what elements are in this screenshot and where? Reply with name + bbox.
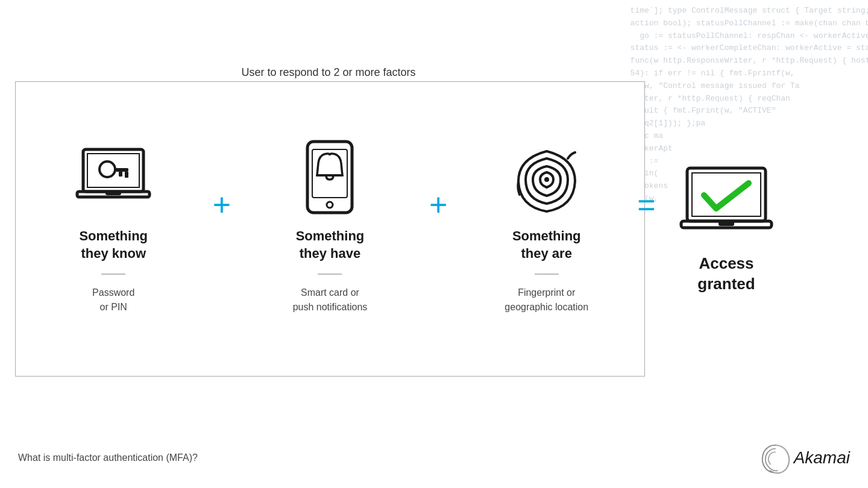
svg-rect-0 <box>83 149 143 192</box>
footer-text: What is multi-factor authentication (MFA… <box>18 452 198 463</box>
svg-rect-7 <box>105 192 121 195</box>
svg-rect-13 <box>687 168 766 221</box>
plus-operator-2: + <box>429 187 447 271</box>
akamai-logo: Akamai <box>760 443 850 473</box>
factor-are-sublabel: Fingerprint orgeographic location <box>505 286 588 314</box>
svg-point-11 <box>327 202 333 208</box>
svg-rect-16 <box>719 221 734 226</box>
factor-are: Somethingthey are Fingerprint orgeograph… <box>486 143 607 314</box>
items-row: Somethingthey know Passwordor PIN + <box>16 82 644 376</box>
factor-have-divider <box>318 274 342 275</box>
factor-know: Somethingthey know Passwordor PIN <box>53 143 174 314</box>
laptop-key-icon <box>74 143 153 216</box>
svg-rect-1 <box>87 154 139 187</box>
factor-have: Somethingthey have Smart card orpush not… <box>269 143 390 314</box>
factor-know-label: Somethingthey know <box>79 228 148 262</box>
factor-are-divider <box>535 274 559 275</box>
plus-operator-1: + <box>213 187 231 271</box>
svg-rect-4 <box>125 172 128 178</box>
factor-have-label: Somethingthey have <box>296 228 365 262</box>
factor-know-sublabel: Passwordor PIN <box>92 286 134 314</box>
result-label: Accessgranted <box>697 254 755 295</box>
laptop-check-icon <box>678 163 775 242</box>
akamai-wordmark: Akamai <box>794 448 850 468</box>
svg-rect-5 <box>119 172 122 177</box>
diagram-title: User to respond to 2 or more factors <box>30 66 627 79</box>
main-content: User to respond to 2 or more factors <box>0 0 868 488</box>
svg-point-2 <box>99 161 115 177</box>
fingerprint-icon <box>508 143 586 216</box>
svg-point-12 <box>544 177 549 182</box>
phone-notification-icon <box>291 143 369 216</box>
diagram-box: Somethingthey know Passwordor PIN + <box>15 81 645 377</box>
factor-are-label: Somethingthey are <box>512 228 581 262</box>
result-item: Accessgranted <box>660 81 793 377</box>
equals-operator: = <box>630 81 663 377</box>
footer: What is multi-factor authentication (MFA… <box>0 443 868 473</box>
svg-rect-3 <box>114 168 128 172</box>
factor-have-sublabel: Smart card orpush notifications <box>293 286 368 314</box>
factor-know-divider <box>101 274 125 275</box>
akamai-arc-icon <box>760 443 790 473</box>
